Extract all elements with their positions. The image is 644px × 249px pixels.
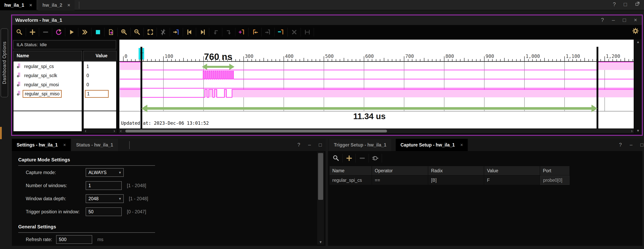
- tab-hw-ila-2[interactable]: hw_ila_2 ×: [38, 0, 74, 10]
- signal-row[interactable]: regular_spi_cs: [14, 62, 82, 71]
- scroll-left-icon[interactable]: ‹: [85, 128, 86, 134]
- help-icon[interactable]: ?: [619, 142, 622, 148]
- waveform-horizontal-scrollbar[interactable]: ‹ ›: [119, 129, 634, 133]
- column-header[interactable]: Radix: [428, 166, 484, 175]
- section-rule: [18, 232, 155, 233]
- settings-scrollbar[interactable]: ▼: [317, 152, 324, 245]
- waveform-svg[interactable]: 01003004005006007008009001,0001,1001,200…: [119, 40, 634, 128]
- scrollbar-thumb[interactable]: [318, 153, 323, 200]
- maximize-icon[interactable]: □: [640, 142, 644, 148]
- signal-row[interactable]: regular_spi_mosi: [14, 80, 82, 89]
- signal-value-row[interactable]: 1: [84, 89, 116, 98]
- column-header[interactable]: Port: [540, 166, 570, 175]
- help-icon[interactable]: ?: [601, 17, 604, 23]
- scroll-down-icon[interactable]: ▼: [317, 240, 324, 244]
- auto-re-trigger-icon[interactable]: [52, 25, 65, 39]
- minimize-icon[interactable]: –: [612, 17, 615, 23]
- signal-value[interactable]: 1: [85, 90, 109, 98]
- signal-name[interactable]: regular_spi_sclk: [22, 72, 59, 79]
- column-header[interactable]: Name: [330, 166, 372, 175]
- signal-row[interactable]: regular_spi_miso: [14, 89, 82, 98]
- signal-name[interactable]: regular_spi_mosi: [22, 82, 60, 88]
- field-hint: [0 - 2047]: [127, 209, 146, 214]
- add-probe-icon[interactable]: [342, 151, 356, 165]
- close-icon[interactable]: ×: [63, 142, 66, 148]
- signal-value-row[interactable]: 0: [84, 80, 116, 89]
- scrollbar-thumb[interactable]: [125, 130, 387, 132]
- signal-value[interactable]: 1: [85, 63, 109, 70]
- signal-name[interactable]: regular_spi_cs: [22, 63, 56, 70]
- minimize-icon[interactable]: –: [308, 142, 311, 148]
- scroll-up-icon[interactable]: ▲: [635, 40, 641, 44]
- signal-value-row[interactable]: 1: [84, 62, 116, 71]
- value-column-scrollbar[interactable]: ‹ ›: [83, 129, 116, 133]
- signal-value-row[interactable]: 0: [84, 71, 116, 80]
- number-of-windows-input[interactable]: 1: [86, 181, 122, 190]
- waveform-title-bar: Waveform - hw_ila_1 ? – □ ×: [12, 16, 642, 25]
- run-trigger-immediate-icon[interactable]: [78, 25, 92, 39]
- trigger-position-in-window-input[interactable]: 50: [86, 207, 122, 216]
- dashboard-options-tab[interactable]: Dashboard Options: [0, 28, 8, 97]
- zoom-in-icon[interactable]: [118, 25, 131, 39]
- probe-icon: [16, 90, 22, 97]
- help-icon[interactable]: ?: [298, 142, 300, 148]
- waveform-window: Waveform - hw_ila_1 ? – □ × ILA Status: …: [11, 14, 643, 136]
- capture-mode-select[interactable]: ALWAYS ▾: [86, 168, 124, 177]
- waveform-vertical-scrollbar[interactable]: ▲ ▼: [635, 40, 641, 133]
- maximize-icon[interactable]: □: [623, 17, 626, 23]
- close-icon[interactable]: ×: [68, 2, 70, 8]
- add-probes-icon[interactable]: [26, 25, 39, 39]
- close-icon[interactable]: ×: [460, 142, 463, 148]
- table-cell[interactable]: F: [484, 176, 540, 185]
- stop-trigger-icon[interactable]: [92, 25, 104, 39]
- tab-status[interactable]: Status - hw_ila_1: [72, 139, 118, 151]
- table-row[interactable]: regular_spi_cs==[B]Fprobe0[0]: [330, 176, 570, 185]
- zoom-out-icon[interactable]: [131, 25, 144, 39]
- refresh-rate-input[interactable]: 500: [56, 235, 92, 244]
- table-cell[interactable]: [B]: [428, 176, 484, 185]
- help-icon[interactable]: ?: [613, 2, 616, 8]
- zoom-fit-icon[interactable]: [144, 25, 157, 39]
- remove-marker-icon[interactable]: [274, 25, 288, 39]
- signal-value[interactable]: 0: [85, 82, 109, 88]
- column-header-name[interactable]: Name: [13, 51, 82, 61]
- minimize-icon[interactable]: –: [630, 142, 632, 148]
- tab-settings[interactable]: Settings - hw_ila_1 ×: [12, 139, 71, 151]
- svg-text:1,100: 1,100: [566, 54, 580, 59]
- waveform-plot-area[interactable]: Updated at: 2023-Dec-06 13:01:52 0100300…: [119, 40, 634, 128]
- column-header[interactable]: Operator: [372, 166, 428, 175]
- export-data-icon[interactable]: [104, 25, 118, 39]
- close-icon[interactable]: ×: [634, 17, 637, 23]
- add-marker-icon[interactable]: [235, 25, 248, 39]
- column-header-value[interactable]: Value: [83, 51, 116, 61]
- search-icon[interactable]: [13, 25, 26, 39]
- settings-gear-icon[interactable]: [632, 27, 639, 35]
- table-cell[interactable]: ==: [372, 176, 428, 185]
- maximize-icon[interactable]: □: [319, 142, 322, 148]
- close-icon[interactable]: ×: [29, 2, 32, 8]
- signal-value[interactable]: 0: [85, 72, 109, 79]
- float-icon[interactable]: [635, 1, 640, 8]
- scroll-down-icon[interactable]: ▼: [635, 129, 641, 133]
- search-icon[interactable]: [330, 151, 342, 165]
- tab-trigger-setup[interactable]: Trigger Setup - hw_ila_1: [329, 139, 391, 151]
- gate-expression-icon[interactable]: [369, 151, 382, 165]
- previous-marker-icon[interactable]: [248, 25, 262, 39]
- go-to-trigger-icon[interactable]: [170, 25, 183, 39]
- signal-row[interactable]: regular_spi_sclk: [14, 71, 82, 80]
- minimized-panel-indicator[interactable]: [0, 127, 2, 139]
- maximize-icon[interactable]: □: [624, 2, 627, 8]
- scroll-right-icon[interactable]: ›: [114, 128, 115, 134]
- svg-text:500: 500: [325, 54, 334, 59]
- go-to-start-icon[interactable]: [183, 25, 196, 39]
- column-header[interactable]: Value: [484, 166, 540, 175]
- tab-hw-ila-1[interactable]: hw_ila_1 ×: [0, 0, 36, 10]
- signal-name[interactable]: regular_spi_miso: [22, 90, 62, 98]
- window-data-depth-select[interactable]: 2048 ▾: [86, 194, 124, 203]
- field-label: Refresh rate:: [26, 237, 52, 242]
- tab-capture-setup[interactable]: Capture Setup - hw_ila_1 ×: [396, 139, 468, 151]
- go-to-end-icon[interactable]: [196, 25, 209, 39]
- run-trigger-icon[interactable]: [65, 25, 78, 39]
- scroll-left-icon[interactable]: ‹: [120, 128, 122, 134]
- scroll-right-icon[interactable]: ›: [631, 128, 632, 134]
